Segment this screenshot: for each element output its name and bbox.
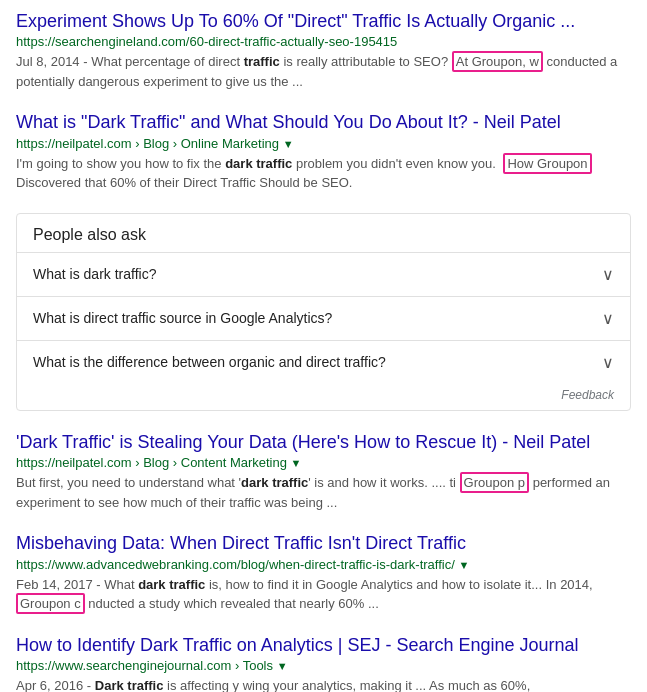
highlight-4: Groupon c xyxy=(16,593,85,614)
paa-item-3[interactable]: What is the difference between organic a… xyxy=(17,340,630,384)
dropdown-arrow-5[interactable]: ▼ xyxy=(277,660,288,672)
highlight-1: At Groupon, w xyxy=(452,51,543,72)
result-3-url: https://neilpatel.com › Blog › Content M… xyxy=(16,455,631,470)
result-2-url: https://neilpatel.com › Blog › Online Ma… xyxy=(16,136,631,151)
search-result-2: What is "Dark Traffic" and What Should Y… xyxy=(16,111,631,192)
result-1-url: https://searchengineland.com/60-direct-t… xyxy=(16,34,631,49)
result-4-title[interactable]: Misbehaving Data: When Direct Traffic Is… xyxy=(16,532,631,555)
highlight-3: Groupon p xyxy=(460,472,529,493)
chevron-icon-2: ∨ xyxy=(602,309,614,328)
result-5-title[interactable]: How to Identify Dark Traffic on Analytic… xyxy=(16,634,631,657)
paa-item-2[interactable]: What is direct traffic source in Google … xyxy=(17,296,630,340)
chevron-icon-3: ∨ xyxy=(602,353,614,372)
result-2-snippet: I'm going to show you how to fix the dar… xyxy=(16,154,631,193)
result-5-snippet: Apr 6, 2016 - Dark traffic is affecting … xyxy=(16,676,631,692)
search-result-3: 'Dark Traffic' is Stealing Your Data (He… xyxy=(16,431,631,512)
people-also-ask-section: People also ask What is dark traffic? ∨ … xyxy=(16,213,631,411)
result-3-title[interactable]: 'Dark Traffic' is Stealing Your Data (He… xyxy=(16,431,631,454)
paa-feedback[interactable]: Feedback xyxy=(17,384,630,410)
result-5-url: https://www.searchenginejournal.com › To… xyxy=(16,658,631,673)
highlight-2: How Groupon xyxy=(503,153,591,174)
result-1-title[interactable]: Experiment Shows Up To 60% Of "Direct" T… xyxy=(16,10,631,33)
result-3-snippet: But first, you need to understand what '… xyxy=(16,473,631,512)
result-2-title[interactable]: What is "Dark Traffic" and What Should Y… xyxy=(16,111,631,134)
dropdown-arrow-4[interactable]: ▼ xyxy=(458,559,469,571)
result-1-snippet: Jul 8, 2014 - What percentage of direct … xyxy=(16,52,631,91)
result-4-snippet: Feb 14, 2017 - What dark traffic is, how… xyxy=(16,575,631,614)
paa-header: People also ask xyxy=(17,214,630,252)
search-result-4: Misbehaving Data: When Direct Traffic Is… xyxy=(16,532,631,613)
paa-item-1[interactable]: What is dark traffic? ∨ xyxy=(17,252,630,296)
result-4-url: https://www.advancedwebranking.com/blog/… xyxy=(16,557,631,572)
search-result-1: Experiment Shows Up To 60% Of "Direct" T… xyxy=(16,10,631,91)
dropdown-arrow-3[interactable]: ▼ xyxy=(291,457,302,469)
search-result-5: How to Identify Dark Traffic on Analytic… xyxy=(16,634,631,692)
chevron-icon-1: ∨ xyxy=(602,265,614,284)
dropdown-arrow-2[interactable]: ▼ xyxy=(283,138,294,150)
